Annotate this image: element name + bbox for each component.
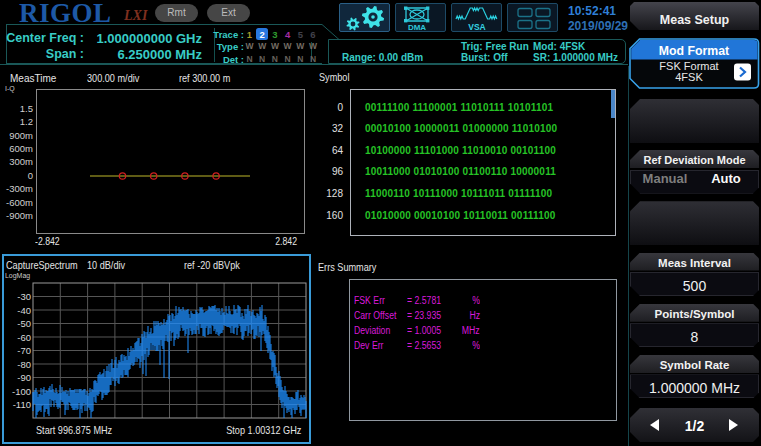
svg-text:Mod Format: Mod Format [659,44,729,58]
svg-text:4FSK: 4FSK [675,71,703,83]
